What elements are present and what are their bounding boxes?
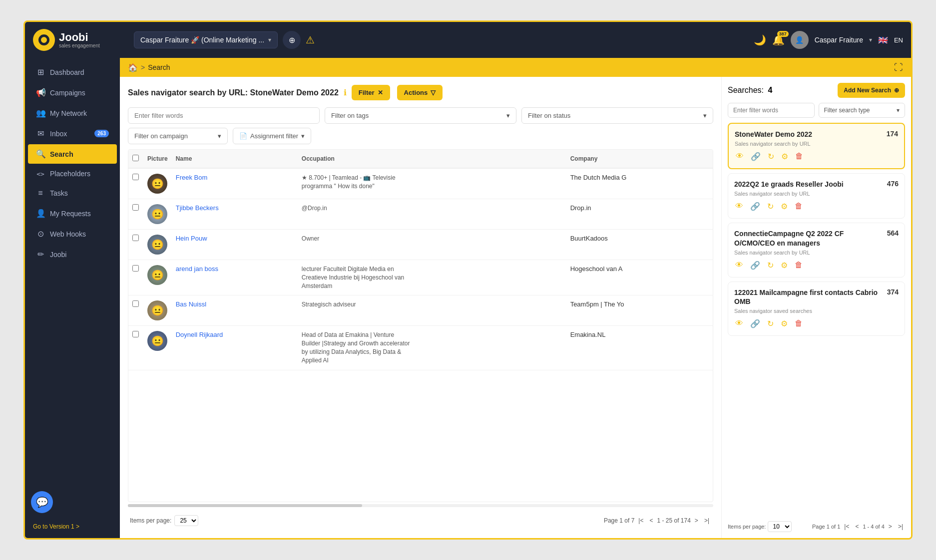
search-card-count: 174 <box>887 130 898 138</box>
trash-icon[interactable]: 🗑 <box>794 318 804 329</box>
sidebar-item-campaigns[interactable]: 📢 Campaigns <box>28 83 117 102</box>
search-card-name: 2022Q2 1e graads Reseller Joobi <box>734 180 883 189</box>
sidebar-item-mynetwork[interactable]: 👥 My Network <box>28 103 117 123</box>
occupation-text: Head of Data at Emakina | Venture Builde… <box>302 331 412 364</box>
select-all-checkbox[interactable] <box>132 155 139 161</box>
filter-words-input[interactable] <box>128 107 320 124</box>
goto-version-button[interactable]: Go to Version 1 > <box>25 519 120 534</box>
link-icon[interactable]: 🔗 <box>749 260 761 271</box>
filter-status-select[interactable]: Filter on status ▾ <box>521 107 713 124</box>
myrequests-icon: 👤 <box>36 209 45 218</box>
col-picture: Picture <box>143 150 172 168</box>
row-checkbox[interactable] <box>132 265 139 272</box>
person-name-link[interactable]: Tjibbe Beckers <box>176 204 219 212</box>
sidebar-item-placeholders[interactable]: <> Placeholders <box>28 165 117 183</box>
fullscreen-button[interactable]: ⛶ <box>894 62 903 73</box>
row-checkbox[interactable] <box>132 204 139 211</box>
sidebar-item-search[interactable]: 🔍 Search <box>28 144 117 164</box>
sidebar-item-myrequests[interactable]: 👤 My Requests <box>28 204 117 223</box>
right-items-per-page-select[interactable]: 10 <box>768 521 792 532</box>
row-checkbox[interactable] <box>132 235 139 241</box>
last-page-button[interactable]: >| <box>702 516 711 525</box>
person-name-link[interactable]: Freek Bom <box>176 174 208 181</box>
table-row: 😐 Freek Bom ★ 8.700+ | Teamlead - 📺 Tele… <box>128 168 713 199</box>
notifications-button[interactable]: 🔔 387 <box>772 34 785 46</box>
person-name-link[interactable]: Hein Pouw <box>176 235 207 242</box>
search-card[interactable]: 2022Q2 1e graads Reseller Joobi 476 Sale… <box>728 173 905 219</box>
sidebar-item-webhooks[interactable]: ⊙ Web Hooks <box>28 224 117 244</box>
webhooks-icon: ⊙ <box>36 229 45 239</box>
warning-icon[interactable]: ⚠ <box>306 34 315 46</box>
row-checkbox[interactable] <box>132 331 139 337</box>
view-icon[interactable]: 👁 <box>735 151 745 162</box>
right-filter-type-select[interactable]: Filter search type ▾ <box>819 103 906 118</box>
row-checkbox[interactable] <box>132 174 139 180</box>
range-info-text: 1 - 25 of 174 <box>657 517 690 524</box>
sidebar-item-inbox[interactable]: ✉ Inbox 263 <box>28 124 117 143</box>
gear-icon[interactable]: ⚙ <box>780 201 789 212</box>
right-prev-page-button[interactable]: < <box>853 522 861 531</box>
view-icon[interactable]: 👁 <box>734 201 744 212</box>
info-icon[interactable]: ℹ <box>344 88 347 97</box>
filter-campaign-select[interactable]: Filter on campaign ▾ <box>128 128 228 144</box>
link-icon[interactable]: 🔗 <box>749 201 761 212</box>
search-card[interactable]: StoneWater Demo 2022 174 Sales navigator… <box>728 123 905 169</box>
prev-page-button[interactable]: < <box>647 516 655 525</box>
right-last-page-button[interactable]: >| <box>896 522 905 531</box>
trash-icon[interactable]: 🗑 <box>794 260 804 271</box>
search-card[interactable]: ConnectieCampagne Q2 2022 CF O/CMO/CEO e… <box>728 223 905 277</box>
gear-icon[interactable]: ⚙ <box>780 151 789 162</box>
gear-icon[interactable]: ⚙ <box>780 318 789 329</box>
actions-button[interactable]: Actions ▽ <box>397 85 443 100</box>
assignment-filter-button[interactable]: 📄 Assignment filter ▾ <box>233 128 311 144</box>
workspace-selector[interactable]: Caspar Fraiture 🚀 (Online Marketing ... … <box>134 31 278 48</box>
chat-button[interactable]: 💬 <box>31 491 53 513</box>
view-icon[interactable]: 👁 <box>734 260 744 271</box>
add-new-search-button[interactable]: Add New Search ⊕ <box>838 83 905 98</box>
next-page-button[interactable]: > <box>693 516 700 525</box>
user-menu-chevron-icon[interactable]: ▾ <box>869 36 872 43</box>
col-company: Company <box>566 150 713 168</box>
dark-mode-button[interactable]: 🌙 <box>754 34 766 46</box>
right-filter-words-input[interactable] <box>728 103 815 118</box>
right-next-page-button[interactable]: > <box>887 522 894 531</box>
view-icon[interactable]: 👁 <box>734 318 744 329</box>
workspace-name: Caspar Fraiture 🚀 (Online Marketing ... <box>140 36 264 44</box>
row-name-cell: Tjibbe Beckers <box>172 199 298 230</box>
items-per-page-select[interactable]: 25 <box>174 515 198 526</box>
refresh-icon[interactable]: ↻ <box>767 151 775 162</box>
person-name-link[interactable]: Doynell Rijkaard <box>176 331 223 338</box>
trash-icon[interactable]: 🗑 <box>794 201 804 212</box>
language-label: EN <box>894 36 903 44</box>
filter-button[interactable]: Filter ✕ <box>352 85 390 100</box>
search-card-name: StoneWater Demo 2022 <box>735 130 883 139</box>
sidebar-item-joobi[interactable]: ✏ Joobi <box>28 245 117 264</box>
person-name-link[interactable]: Bas Nuissl <box>176 300 206 308</box>
refresh-icon[interactable]: ↻ <box>766 260 775 271</box>
filter-tags-select[interactable]: Filter on tags ▾ <box>325 107 516 124</box>
horizontal-scrollbar[interactable] <box>128 504 713 507</box>
link-icon[interactable]: 🔗 <box>750 151 762 162</box>
row-checkbox[interactable] <box>132 300 139 307</box>
document-icon: 📄 <box>239 132 247 140</box>
first-page-button[interactable]: |< <box>636 516 645 525</box>
brand-tagline: sales engagement <box>59 43 100 48</box>
refresh-icon[interactable]: ↻ <box>766 201 775 212</box>
trash-icon[interactable]: 🗑 <box>794 151 804 162</box>
right-first-page-button[interactable]: |< <box>842 522 851 531</box>
gear-icon[interactable]: ⚙ <box>780 260 789 271</box>
link-icon[interactable]: 🔗 <box>749 318 761 329</box>
search-card[interactable]: 122021 Mailcampagne first contacts Cabri… <box>728 281 905 336</box>
search-title-row: Sales navigator search by URL: StoneWate… <box>128 85 713 100</box>
home-icon[interactable]: 🏠 <box>128 63 138 72</box>
row-occupation-cell: Owner <box>298 230 566 260</box>
person-face-icon: 😐 <box>151 265 164 285</box>
person-name-link[interactable]: arend jan boss <box>176 265 218 273</box>
sidebar-item-tasks[interactable]: ≡ Tasks <box>28 184 117 203</box>
sidebar-item-dashboard[interactable]: ⊞ Dashboard <box>28 62 117 82</box>
sidebar-label-myrequests: My Requests <box>50 210 91 218</box>
page-navigation: Page 1 of 7 |< < 1 - 25 of 174 > >| <box>604 516 711 525</box>
add-workspace-button[interactable]: ⊕ <box>283 31 301 49</box>
refresh-icon[interactable]: ↻ <box>766 318 775 329</box>
scrollbar-thumb[interactable] <box>128 504 362 507</box>
